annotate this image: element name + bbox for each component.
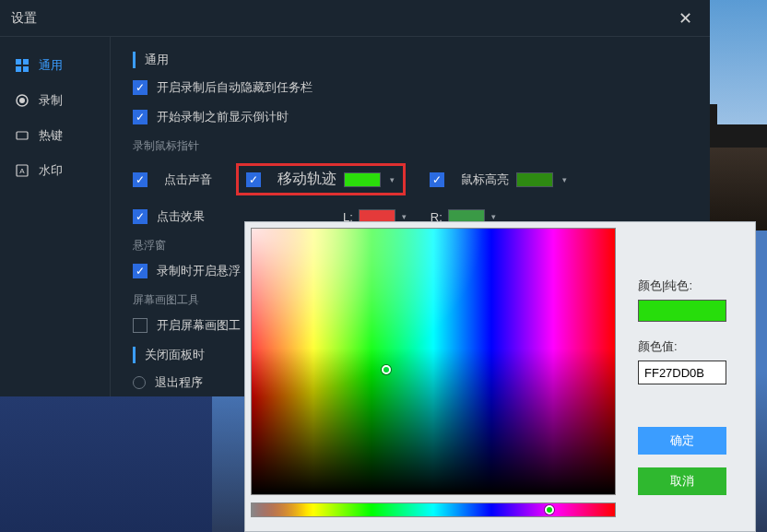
hue-slider-cursor[interactable] [545,505,554,514]
label-drawtool: 开启屏幕画图工 [157,317,241,334]
color-field[interactable] [251,228,616,495]
chevron-down-icon[interactable]: ▾ [388,176,395,183]
label-auto-hide: 开启录制后自动隐藏到任务栏 [157,79,313,96]
label-float-window: 录制时开启悬浮 [157,263,241,279]
chevron-down-icon[interactable]: ▾ [560,176,568,183]
record-icon [15,93,30,108]
checkbox-highlight[interactable]: ✓ [430,172,444,187]
label-countdown: 开始录制之前显示倒计时 [157,109,289,125]
watermark-icon: A [15,163,30,178]
chevron-down-icon[interactable]: ▾ [490,213,498,220]
cancel-button[interactable]: 取消 [638,467,726,495]
hue-slider[interactable] [251,502,616,517]
sidebar-item-label: 通用 [39,57,63,74]
label-highlight: 鼠标高亮 [461,171,509,188]
checkbox-float-window[interactable]: ✓ [133,264,148,278]
sidebar-item-record[interactable]: 录制 [0,83,110,118]
sidebar-item-general[interactable]: 通用 [0,48,110,83]
svg-point-5 [19,98,25,103]
sidebar-item-hotkey[interactable]: 热键 [0,118,110,153]
color-field-cursor[interactable] [382,365,391,374]
svg-text:A: A [19,167,25,175]
svg-rect-3 [23,66,29,72]
svg-rect-6 [17,132,28,139]
sidebar-item-label: 水印 [39,162,63,179]
chevron-down-icon[interactable]: ▾ [401,213,408,220]
label-click-sound: 点击声音 [164,171,212,188]
highlighted-trail-option: ✓ 移动轨迹 ▾ [236,163,406,195]
section-cursor-heading: 录制鼠标指针 [133,138,688,154]
checkbox-trail[interactable]: ✓ [246,172,261,187]
sidebar: 通用 录制 热键 A 水印 [0,37,111,396]
section-general-heading: 通用 [133,52,688,68]
ok-button[interactable]: 确定 [638,427,726,455]
color-value-label: 颜色值: [638,338,738,355]
highlight-color-swatch[interactable] [516,172,553,187]
sidebar-item-label: 热键 [39,127,63,144]
grid-icon [15,58,30,73]
dialog-title: 设置 [11,10,37,27]
svg-rect-2 [16,66,21,72]
keyboard-icon [15,128,30,143]
background-strip [0,396,212,532]
color-value-input[interactable] [638,361,726,384]
titlebar: 设置 ✕ [0,0,710,37]
sidebar-item-watermark[interactable]: A 水印 [0,153,110,188]
label-trail: 移动轨迹 [277,170,336,189]
label-exit: 退出程序 [155,374,203,391]
radio-exit[interactable] [133,376,146,389]
trail-color-swatch[interactable] [344,172,381,187]
selected-color-swatch [638,300,726,322]
svg-rect-0 [16,59,21,65]
background-image [710,0,767,231]
label-click-effect: 点击效果 [157,208,205,225]
color-picker-dialog: 颜色|纯色: 颜色值: 确定 取消 [244,221,756,532]
checkbox-auto-hide[interactable]: ✓ [133,80,148,95]
sidebar-item-label: 录制 [39,92,63,109]
close-icon[interactable]: ✕ [671,5,699,32]
color-solid-label: 颜色|纯色: [638,278,738,294]
checkbox-click-sound[interactable]: ✓ [133,172,148,187]
checkbox-click-effect[interactable]: ✓ [133,209,148,224]
svg-rect-1 [23,59,29,65]
checkbox-drawtool[interactable] [133,318,148,333]
checkbox-countdown[interactable]: ✓ [133,110,148,124]
